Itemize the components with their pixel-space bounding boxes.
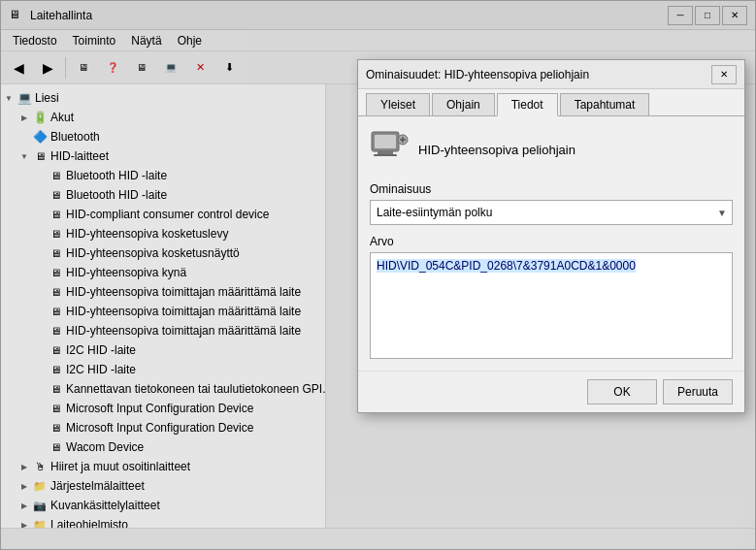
tab-tapahtumat[interactable]: Tapahtumat	[560, 93, 650, 115]
value-text: HID\VID_054C&PID_0268\7&3791A0CD&1&0000	[377, 259, 636, 273]
dialog-title: Ominaisuudet: HID-yhteensopiva peliohjai…	[366, 68, 589, 81]
dialog-device-header: HID-yhteensopiva peliohjain	[370, 128, 733, 171]
label-ominaisuus: Ominaisuus	[370, 182, 733, 196]
dialog-content: HID-yhteensopiva peliohjain Ominaisuus L…	[358, 116, 744, 371]
main-window: 🖥 Laitehallinta ─ □ ✕ Tiedosto Toiminto …	[0, 0, 756, 550]
label-arvo: Arvo	[370, 235, 733, 248]
svg-rect-1	[375, 135, 396, 148]
dropdown-ominaisuus[interactable]: Laite-esiintymän polku	[370, 200, 733, 225]
svg-rect-3	[374, 154, 397, 156]
value-box: HID\VID_054C&PID_0268\7&3791A0CD&1&0000	[370, 252, 733, 359]
dialog-footer: OK Peruuta	[358, 371, 744, 412]
dialog-close-button[interactable]: ✕	[711, 65, 737, 84]
dialog-tabs: Yleiset Ohjain Tiedot Tapahtumat	[358, 89, 744, 116]
tab-ohjain[interactable]: Ohjain	[432, 93, 495, 115]
tab-yleiset[interactable]: Yleiset	[366, 93, 430, 115]
dialog-title-bar: Ominaisuudet: HID-yhteensopiva peliohjai…	[358, 60, 744, 89]
dialog-overlay: Ominaisuudet: HID-yhteensopiva peliohjai…	[1, 1, 755, 549]
svg-rect-2	[378, 151, 393, 154]
ok-button[interactable]: OK	[587, 379, 657, 404]
dialog-properties: Ominaisuudet: HID-yhteensopiva peliohjai…	[357, 59, 745, 413]
dialog-device-name: HID-yhteensopiva peliohjain	[418, 143, 575, 157]
tab-tiedot[interactable]: Tiedot	[497, 93, 558, 116]
device-big-icon	[370, 128, 409, 171]
peruuta-button[interactable]: Peruuta	[663, 379, 733, 404]
dropdown-wrapper: Laite-esiintymän polku ▼	[370, 200, 733, 225]
